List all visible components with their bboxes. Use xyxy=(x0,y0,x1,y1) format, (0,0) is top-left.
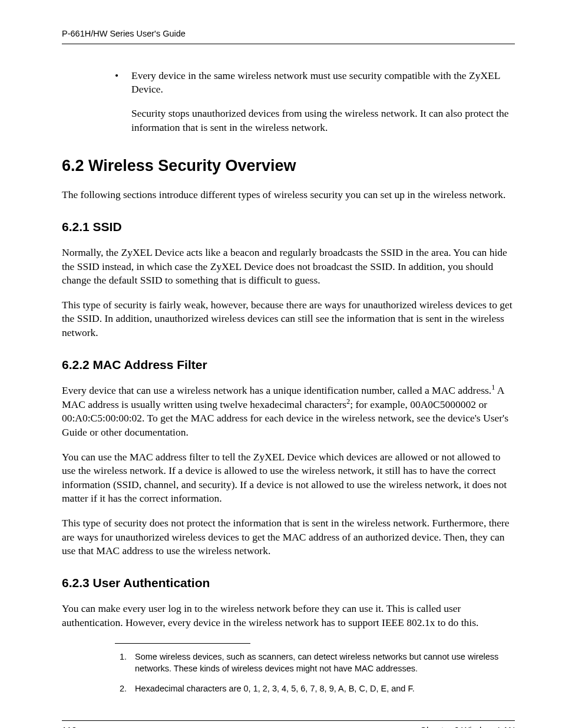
bullet-followup: Security stops unauthorized devices from… xyxy=(131,107,515,134)
footnote-1: 1. Some wireless devices, such as scanne… xyxy=(120,651,515,675)
text-run: Every device that can use a wireless net… xyxy=(62,384,491,396)
footnote-number: 2. xyxy=(120,683,135,694)
page-number: 110 xyxy=(62,724,77,728)
bullet-text: Every device in the same wireless networ… xyxy=(131,69,515,97)
footnote-separator xyxy=(115,643,250,644)
heading-6-2: 6.2 Wireless Security Overview xyxy=(62,155,515,176)
bullet-item: • Every device in the same wireless netw… xyxy=(115,69,515,97)
heading-6-2-1: 6.2.1 SSID xyxy=(62,219,515,235)
body-paragraph: Every device that can use a wireless net… xyxy=(62,384,515,440)
bullet-icon: • xyxy=(115,69,131,97)
heading-6-2-3: 6.2.3 User Authentication xyxy=(62,575,515,591)
footnote-number: 1. xyxy=(120,651,135,675)
body-paragraph: You can use the MAC address filter to te… xyxy=(62,450,515,506)
page-footer: 110 Chapter 6 Wireless LAN xyxy=(62,720,515,728)
body-paragraph: This type of security does not protect t… xyxy=(62,516,515,558)
body-paragraph: This type of security is fairly weak, ho… xyxy=(62,298,515,340)
footnote-2: 2. Hexadecimal characters are 0, 1, 2, 3… xyxy=(120,683,515,694)
page: P-661H/HW Series User's Guide • Every de… xyxy=(0,0,562,728)
heading-6-2-2: 6.2.2 MAC Address Filter xyxy=(62,357,515,373)
chapter-label: Chapter 6 Wireless LAN xyxy=(420,724,515,728)
page-content: • Every device in the same wireless netw… xyxy=(62,69,515,703)
body-paragraph: Normally, the ZyXEL Device acts like a b… xyxy=(62,246,515,288)
body-paragraph: You can make every user log in to the wi… xyxy=(62,602,515,630)
running-header: P-661H/HW Series User's Guide xyxy=(62,28,515,44)
footnote-text: Hexadecimal characters are 0, 1, 2, 3, 4… xyxy=(135,683,515,694)
footnote-text: Some wireless devices, such as scanners,… xyxy=(135,651,515,675)
body-paragraph: The following sections introduce differe… xyxy=(62,188,515,202)
